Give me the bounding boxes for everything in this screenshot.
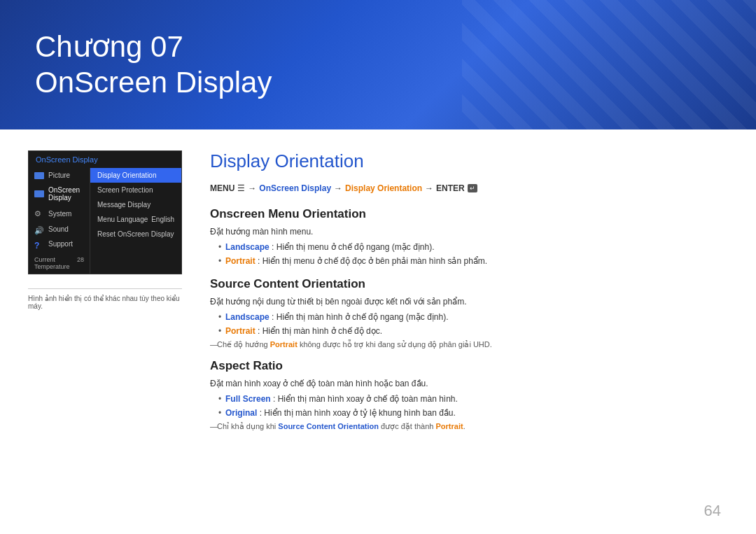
section-2-desc: Đặt hướng nội dung từ thiết bị bên ngoài… <box>210 295 728 308</box>
section-title-3: Aspect Ratio <box>210 359 728 373</box>
header-text: Chương 07 OnScreen Display <box>35 29 272 100</box>
section-1-bullet-1-rest: : Hiển thị menu ở chế độ ngang (mặc định… <box>272 242 434 252</box>
fullscreen-keyword: Full Screen <box>225 394 271 404</box>
support-label: Support <box>48 240 73 248</box>
onscreen-icon <box>34 190 44 197</box>
portrait-note-keyword: Portrait <box>270 340 298 349</box>
section-3-bullet-1: Full Screen : Hiển thị màn hình xoay ở c… <box>218 393 728 405</box>
portrait-keyword-2: Portrait <box>225 326 255 336</box>
section-2-bullet-1-rest: : Hiển thị màn hình ở chế độ ngang (mặc … <box>272 312 448 322</box>
breadcrumb-link-display: Display Orientation <box>345 183 422 193</box>
menu-right-message-display: Message Display <box>90 197 181 212</box>
onscreen-label: OnScreen Display <box>48 186 84 202</box>
landscape-keyword-1: Landscape <box>225 242 270 252</box>
source-content-note-keyword: Source Content Orientation <box>278 422 379 430</box>
menu-left-item-sound: 🔊 Sound <box>29 222 90 237</box>
gear-icon: ⚙ <box>34 209 44 218</box>
section-2-title-text: Source Content Orientation <box>210 277 365 290</box>
section-1-desc: Đặt hướng màn hình menu. <box>210 225 728 238</box>
portrait-note-keyword-2: Portrait <box>436 422 463 430</box>
menu-body: Picture OnScreen Display ⚙ System 🔊 Soun… <box>29 168 181 274</box>
section-3-bullet-2-rest: : Hiển thị màn hình xoay ở tỷ lệ khung h… <box>260 408 456 418</box>
section-3-bullets: Full Screen : Hiển thị màn hình xoay ở c… <box>218 393 728 419</box>
menu-right-panel: Display Orientation Screen Protection Me… <box>90 168 181 274</box>
menu-left-item-picture: Picture <box>29 168 90 183</box>
section-2-bullet-1: Landscape : Hiển thị màn hình ở chế độ n… <box>218 311 728 323</box>
chapter-name: OnScreen Display <box>35 66 272 99</box>
current-temperature: Current Temperature 28 <box>29 253 90 274</box>
menu-header-label: OnScreen Display <box>29 151 181 168</box>
arrow-2: → <box>334 183 342 193</box>
section-3-bullet-2: Original : Hiển thị màn hình xoay ở tỷ l… <box>218 407 728 419</box>
section-title-1: Onscreen Menu Orientation <box>210 207 728 221</box>
menu-right-reset-onscreen: Reset OnScreen Display <box>90 227 181 241</box>
breadcrumb-link-onscreen: OnScreen Display <box>259 183 331 193</box>
main-content: OnScreen Display Picture OnScreen Displa… <box>0 129 756 534</box>
original-keyword: Original <box>225 408 257 418</box>
section-3-note: Chỉ khả dụng khi Source Content Orientat… <box>210 422 728 431</box>
caption-text: Hình ảnh hiển thị có thể khác nhau tùy t… <box>28 295 180 310</box>
section-1-bullet-2-rest: : Hiển thị menu ở chế độ đọc ở bên phải … <box>258 256 487 266</box>
speaker-icon: 🔊 <box>34 226 44 233</box>
breadcrumb-enter: ENTER <box>436 183 465 193</box>
enter-icon: ↵ <box>468 184 477 192</box>
section-2-bullet-2: Portrait : Hiển thị màn hình ở chế độ dọ… <box>218 325 728 337</box>
section-1-bullet-2: Portrait : Hiển thị menu ở chế độ đọc ở … <box>218 255 728 267</box>
section-1-bullets: Landscape : Hiển thị menu ở chế độ ngang… <box>218 241 728 267</box>
picture-icon <box>34 172 44 179</box>
section-title-2: Source Content Orientation <box>210 277 728 291</box>
section-2-bullet-2-rest: : Hiển thị màn hình ở chế độ dọc. <box>258 326 382 336</box>
breadcrumb-menu: MENU <box>210 183 234 193</box>
section-2-bullets: Landscape : Hiển thị màn hình ở chế độ n… <box>218 311 728 337</box>
menu-screenshot: OnScreen Display Picture OnScreen Displa… <box>28 150 182 274</box>
section-1-title-text: Onscreen Menu Orientation <box>210 207 366 220</box>
temp-value: 28 <box>77 256 84 270</box>
section-3-desc: Đặt màn hình xoay ở chế độ toàn màn hình… <box>210 377 728 390</box>
menu-right-menu-language: Menu Language English <box>90 212 181 227</box>
arrow-3: → <box>425 183 433 193</box>
menu-left-item-support: ? Support <box>29 237 90 251</box>
system-label: System <box>48 210 71 218</box>
menu-caption: Hình ảnh hiển thị có thể khác nhau tùy t… <box>28 288 182 310</box>
menu-left-item-onscreen: OnScreen Display <box>29 183 90 205</box>
section-1-bullet-1: Landscape : Hiển thị menu ở chế độ ngang… <box>218 241 728 253</box>
breadcrumb-menu-icon: ☰ <box>237 183 245 193</box>
chapter-title: Chương 07 OnScreen Display <box>35 29 272 100</box>
menu-left-sidebar: Picture OnScreen Display ⚙ System 🔊 Soun… <box>29 168 90 274</box>
chapter-number: Chương 07 <box>35 30 183 63</box>
menu-right-display-orientation: Display Orientation <box>90 168 181 183</box>
left-panel: OnScreen Display Picture OnScreen Displa… <box>28 150 182 520</box>
right-panel: Display Orientation MENU ☰ → OnScreen Di… <box>210 150 728 520</box>
page-header: Chương 07 OnScreen Display <box>0 0 756 129</box>
page-number: 64 <box>704 502 721 520</box>
breadcrumb: MENU ☰ → OnScreen Display → Display Orie… <box>210 183 728 193</box>
temp-label: Current Temperature <box>34 256 77 270</box>
arrow-1: → <box>248 183 256 193</box>
portrait-keyword-1: Portrait <box>225 256 255 266</box>
sound-label: Sound <box>48 225 69 233</box>
section-2-note: Chế độ hướng Portrait không được hỗ trợ … <box>210 340 728 349</box>
picture-label: Picture <box>48 171 70 179</box>
section-3-bullet-1-rest: : Hiển thị màn hình xoay ở chế độ toàn m… <box>273 394 458 404</box>
section-3-title-text: Aspect Ratio <box>210 359 283 372</box>
page-title: Display Orientation <box>210 150 728 172</box>
landscape-keyword-2: Landscape <box>225 312 270 322</box>
menu-right-screen-protection: Screen Protection <box>90 183 181 197</box>
menu-left-item-system: ⚙ System <box>29 205 90 222</box>
question-icon: ? <box>34 241 44 248</box>
